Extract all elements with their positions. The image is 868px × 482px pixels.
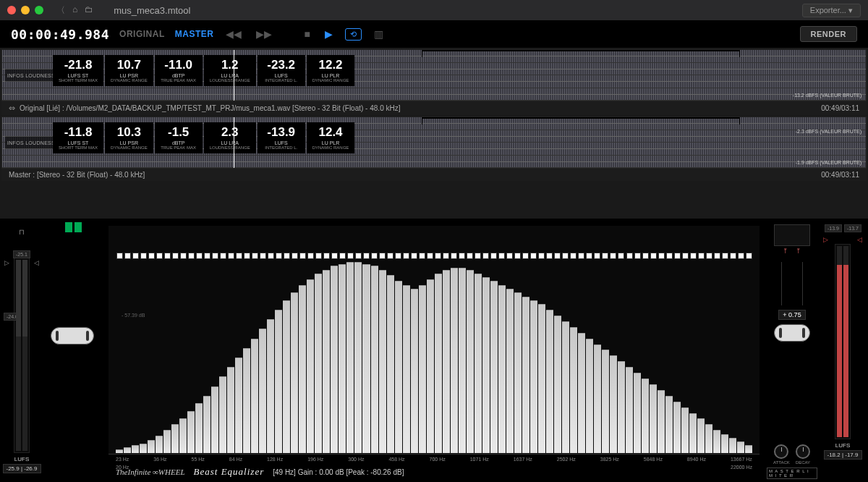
eq-band-handle[interactable]	[331, 249, 338, 262]
eq-band-handle[interactable]	[594, 249, 601, 262]
eq-band-handle[interactable]	[283, 249, 290, 262]
gain-slider[interactable]	[51, 327, 94, 344]
eq-band-handle[interactable]	[140, 249, 147, 262]
eq-band-handle[interactable]	[546, 249, 553, 262]
render-button[interactable]: RENDER	[800, 26, 857, 42]
eq-band-handle[interactable]	[243, 249, 250, 262]
eq-band-handle[interactable]	[403, 249, 410, 262]
folder-icon[interactable]: 🗀	[85, 4, 93, 17]
eq-band-handle[interactable]	[219, 249, 226, 262]
eq-band-handle[interactable]	[179, 249, 187, 262]
tab-original[interactable]: ORIGINAL	[119, 29, 165, 39]
eq-band-handle[interactable]	[634, 249, 641, 262]
waveform-panel-original[interactable]: INFOS LOUDNESS -21.8LUFS STSHORT TERM MA…	[1, 49, 867, 101]
eq-band-handle[interactable]	[658, 249, 665, 262]
eq-band-handle[interactable]	[156, 249, 163, 262]
eq-band-handle[interactable]	[435, 249, 442, 262]
eq-band-handle[interactable]	[379, 249, 386, 262]
eq-band-handle[interactable]	[148, 249, 155, 262]
eq-band-handle[interactable]	[570, 249, 577, 262]
back-icon[interactable]: 〈	[56, 4, 65, 17]
eq-band-handle[interactable]	[650, 249, 657, 262]
eq-band-handle[interactable]	[673, 249, 681, 262]
eq-band-handle[interactable]	[530, 249, 537, 262]
eq-band-handle[interactable]	[259, 249, 266, 262]
eq-band-handle[interactable]	[451, 249, 458, 262]
eq-band-handle[interactable]	[411, 249, 418, 262]
infos-loudness-label[interactable]: INFOS LOUDNESS	[5, 69, 57, 82]
eq-band-handle[interactable]	[498, 249, 506, 262]
tab-master[interactable]: MASTER	[175, 29, 214, 39]
eq-band-handle[interactable]	[163, 249, 171, 262]
link-icon[interactable]: ⇔	[9, 103, 15, 113]
minimize-icon[interactable]	[21, 6, 30, 14]
eq-band-handle[interactable]	[211, 249, 218, 262]
eq-band-handle[interactable]	[578, 249, 585, 262]
eq-band-handle[interactable]	[522, 249, 529, 262]
eq-band-handle[interactable]	[586, 249, 593, 262]
eq-band-handle[interactable]	[346, 249, 354, 262]
eq-canvas[interactable]: - 57.39 dB	[109, 226, 760, 454]
infos-loudness-label[interactable]: INFOS LOUDNESS	[5, 137, 57, 149]
eq-band-handle[interactable]	[362, 249, 370, 262]
export-button[interactable]: Exporter... ▾	[802, 4, 861, 17]
eq-band-handle[interactable]	[124, 249, 131, 262]
eq-band-handle[interactable]	[475, 249, 482, 262]
zoom-icon[interactable]	[35, 6, 43, 14]
close-icon[interactable]	[7, 6, 16, 14]
eq-band-handle[interactable]	[275, 249, 282, 262]
waveform-panel-master[interactable]: INFOS LOUDNESS -11.8LUFS STSHORT TERM MA…	[1, 117, 867, 169]
eq-band-handle[interactable]	[116, 249, 123, 262]
eq-band-handle[interactable]	[562, 249, 569, 262]
view-button[interactable]: ▥	[372, 28, 386, 40]
eq-band-handle[interactable]	[267, 249, 274, 262]
eq-band-handle[interactable]	[745, 249, 752, 262]
eq-band-handle[interactable]	[681, 249, 689, 262]
eq-band-handle[interactable]	[665, 249, 673, 262]
eq-band-handle[interactable]	[427, 249, 434, 262]
decay-knob[interactable]	[796, 444, 810, 459]
eq-band-handle[interactable]	[467, 249, 474, 262]
eq-band-handle[interactable]	[339, 249, 346, 262]
eq-band-handle[interactable]	[235, 249, 242, 262]
eq-band-handle[interactable]	[307, 249, 314, 262]
eq-band-handle[interactable]	[227, 249, 234, 262]
rewind-button[interactable]: ◀◀	[224, 28, 244, 40]
playhead[interactable]	[234, 50, 234, 101]
eq-band-handle[interactable]	[554, 249, 561, 262]
eq-band-handle[interactable]	[506, 249, 514, 262]
eq-band-handle[interactable]	[490, 249, 498, 262]
loop-button[interactable]: ⟲	[345, 28, 362, 41]
eq-band-handle[interactable]	[713, 249, 720, 262]
stop-button[interactable]: ■	[302, 28, 312, 40]
eq-band-handle[interactable]	[602, 249, 609, 262]
eq-band-handle[interactable]	[642, 249, 649, 262]
eq-band-handles[interactable]	[116, 249, 752, 262]
eq-band-handle[interactable]	[482, 249, 490, 262]
home-icon[interactable]: ⌂	[72, 4, 77, 17]
eq-band-handle[interactable]	[251, 249, 258, 262]
eq-band-handle[interactable]	[171, 249, 179, 262]
eq-band-handle[interactable]	[729, 249, 736, 262]
limiter-slider[interactable]	[774, 324, 810, 342]
eq-band-handle[interactable]	[459, 249, 466, 262]
eq-band-handle[interactable]	[419, 249, 426, 262]
attack-knob[interactable]	[774, 444, 788, 459]
eq-band-handle[interactable]	[697, 249, 705, 262]
eq-band-handle[interactable]	[291, 249, 298, 262]
eq-band-handle[interactable]	[618, 249, 625, 262]
eq-band-handle[interactable]	[315, 249, 322, 262]
eq-band-handle[interactable]	[195, 249, 203, 262]
eq-band-handle[interactable]	[132, 249, 139, 262]
play-button[interactable]: ▶	[323, 28, 335, 40]
playhead[interactable]	[234, 117, 234, 168]
eq-band-handle[interactable]	[203, 249, 210, 262]
eq-band-handle[interactable]	[187, 249, 195, 262]
eq-band-handle[interactable]	[689, 249, 697, 262]
eq-band-handle[interactable]	[323, 249, 330, 262]
eq-band-handle[interactable]	[538, 249, 545, 262]
eq-band-handle[interactable]	[610, 249, 617, 262]
eq-band-handle[interactable]	[299, 249, 306, 262]
eq-band-handle[interactable]	[387, 249, 394, 262]
eq-band-handle[interactable]	[737, 249, 744, 262]
